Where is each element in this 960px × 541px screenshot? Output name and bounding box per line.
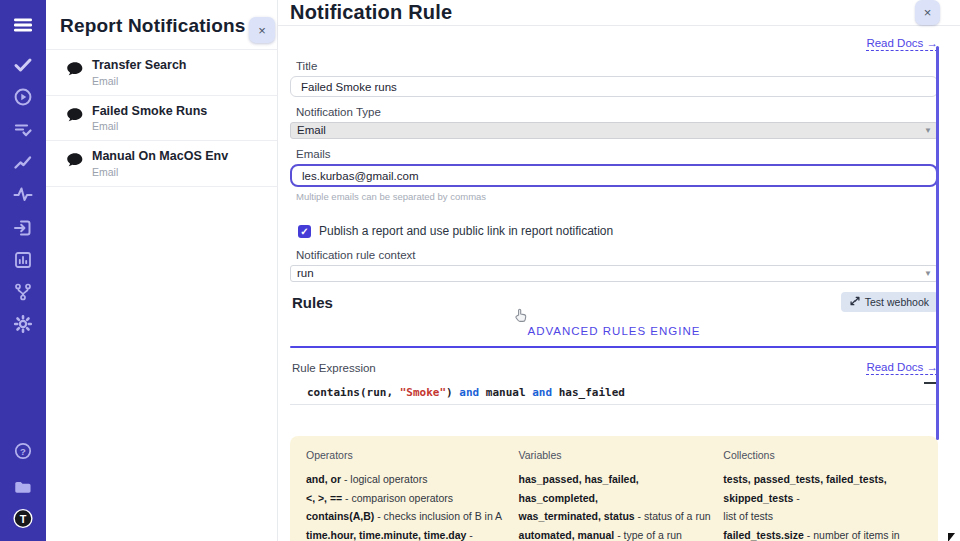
help-column-operators: Operators and, or - logical operators <,… (306, 449, 509, 541)
report-notifications-panel: Report Notifications Transfer Search Ema… (46, 0, 278, 541)
active-tab-indicator (290, 346, 938, 348)
publish-checkbox-label: Publish a report and use public link in … (319, 224, 613, 238)
test-webhook-label: Test webhook (865, 296, 929, 308)
rules-heading: Rules (292, 294, 333, 311)
notification-title: Manual On MacOS Env (92, 148, 228, 165)
main-header: Notification Rule × (278, 0, 960, 26)
code-token: ) (446, 386, 459, 399)
notification-subtitle: Email (92, 119, 207, 134)
close-icon[interactable]: × (249, 17, 275, 43)
settings-gear-icon[interactable] (13, 314, 33, 334)
context-select[interactable]: run ▼ (290, 265, 938, 282)
notification-subtitle: Email (92, 165, 228, 180)
rules-tabs: ADVANCED RULES ENGINE (290, 312, 938, 346)
chat-bubble-icon (66, 152, 84, 173)
chevron-down-icon: ▼ (924, 269, 932, 278)
emails-input[interactable] (290, 164, 938, 187)
chevron-down-icon: ▼ (924, 126, 932, 135)
list-item[interactable]: Manual On MacOS Env Email (46, 141, 277, 187)
runs-play-icon[interactable] (13, 87, 33, 107)
code-line[interactable]: contains(run, "Smoke") and manual and ha… (290, 384, 938, 405)
help-icon[interactable]: ? (13, 441, 33, 461)
trending-icon[interactable] (13, 152, 33, 172)
code-token: has_failed (552, 386, 625, 399)
notification-rule-panel: Notification Rule × Read Docs → Title No… (278, 0, 960, 541)
notification-type-label: Notification Type (296, 106, 938, 118)
code-token: contains(run, (307, 386, 400, 399)
tab-advanced-rules-engine[interactable]: ADVANCED RULES ENGINE (528, 325, 701, 337)
help-column-title: Variables (519, 449, 714, 461)
analytics-icon[interactable] (13, 250, 33, 270)
notification-subtitle: Email (92, 74, 187, 89)
svg-text:?: ? (20, 446, 26, 457)
tasks-check-icon[interactable] (13, 55, 33, 75)
chat-bubble-icon (66, 61, 84, 82)
rule-form: Read Docs → Title Notification Type Emai… (278, 26, 960, 541)
emails-label: Emails (296, 148, 938, 160)
notification-title: Failed Smoke Runs (92, 103, 207, 120)
list-item[interactable]: Failed Smoke Runs Email (46, 96, 277, 142)
help-column-variables: Variables has_passed, has_failed, has_co… (519, 449, 714, 541)
branching-icon[interactable] (13, 282, 33, 302)
code-token: and (532, 386, 552, 399)
app-window: ? T Report Notifications Transfer Search… (0, 0, 960, 541)
emails-help-text: Multiple emails can be separated by comm… (296, 191, 938, 202)
rule-expression-editor[interactable]: contains(run, "Smoke") and manual and ha… (290, 384, 938, 405)
webhook-arrows-icon (850, 296, 860, 308)
notification-title: Transfer Search (92, 57, 187, 74)
code-token: "Smoke" (400, 386, 446, 399)
menu-icon[interactable] (13, 15, 33, 35)
monitoring-pulse-icon[interactable] (13, 184, 33, 204)
vertical-scrollbar[interactable] (936, 46, 939, 440)
projects-folder-icon[interactable] (13, 477, 33, 497)
notification-type-select[interactable]: Email ▼ (290, 122, 938, 139)
publish-checkbox-row[interactable]: ✓ Publish a report and use public link i… (298, 224, 938, 238)
context-label: Notification rule context (296, 249, 938, 261)
help-column-title: Collections (723, 449, 922, 461)
help-column-collections: Collections tests, passed_tests, failed_… (723, 449, 922, 541)
title-label: Title (296, 60, 938, 72)
context-value: run (297, 267, 314, 279)
chat-bubble-icon (66, 107, 84, 128)
read-docs-link[interactable]: Read Docs → (866, 37, 938, 51)
editor-resize-handle[interactable] (924, 382, 936, 384)
close-icon[interactable]: × (915, 0, 940, 25)
sign-in-icon[interactable] (13, 218, 33, 238)
panel-title: Report Notifications (46, 0, 277, 49)
publish-checkbox[interactable]: ✓ (298, 225, 311, 238)
help-column-title: Operators (306, 449, 509, 461)
test-webhook-button[interactable]: Test webhook (841, 292, 938, 312)
code-token: manual (479, 386, 532, 399)
svg-text:T: T (20, 512, 27, 524)
test-list-icon[interactable] (13, 120, 33, 140)
notification-list: Transfer Search Email Failed Smoke Runs … (46, 49, 277, 187)
list-item[interactable]: Transfer Search Email (46, 50, 277, 96)
sidebar: ? T (0, 0, 46, 541)
code-token: and (459, 386, 479, 399)
app-logo-icon[interactable]: T (13, 508, 33, 528)
page-title: Notification Rule (290, 1, 452, 24)
read-docs-link[interactable]: Read Docs → (866, 361, 938, 375)
mouse-cursor (948, 533, 955, 541)
rule-expression-label: Rule Expression (292, 362, 376, 374)
title-input[interactable] (290, 76, 938, 97)
expression-help-box: Operators and, or - logical operators <,… (290, 436, 938, 541)
notification-type-value: Email (297, 124, 326, 136)
